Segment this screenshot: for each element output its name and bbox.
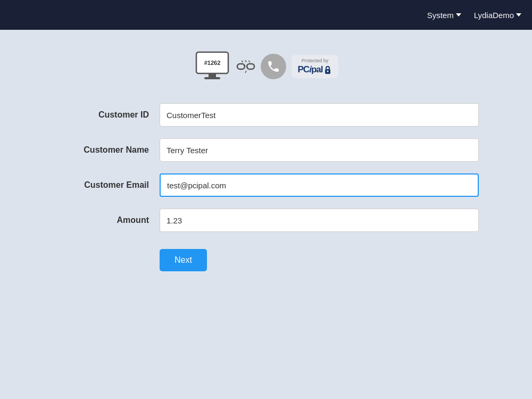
phone-icon [261,54,286,79]
pcipal-lock-icon [323,65,332,74]
customer-email-label: Customer Email [53,180,160,190]
customer-email-input[interactable] [160,173,479,197]
next-button[interactable]: Next [160,249,207,271]
customer-name-input[interactable] [160,138,479,162]
customer-email-row: Customer Email [53,173,479,197]
pcipal-badge: Protected by PCipal [292,55,339,78]
customer-name-label: Customer Name [53,145,160,155]
user-label: LydiaDemo [474,11,514,20]
customer-id-input[interactable] [160,103,479,127]
svg-line-10 [242,61,243,62]
svg-rect-2 [204,77,220,79]
amount-input[interactable] [160,209,479,232]
customer-id-row: Customer ID [53,103,479,127]
system-caret-icon [456,13,461,16]
system-label: System [427,11,454,20]
svg-rect-4 [237,64,245,69]
next-button-wrapper: Next [53,244,479,271]
monitor-icon-wrapper: #1262 [194,51,231,82]
customer-name-row: Customer Name [53,138,479,162]
svg-rect-5 [247,64,254,69]
svg-line-11 [248,61,250,62]
amount-label: Amount [53,215,160,225]
topnav: System LydiaDemo [0,0,532,30]
main-content: #1262 [0,30,532,287]
header-icons: #1262 [194,51,339,82]
link-chain-icon [236,59,255,74]
pcipal-logo-row: PCipal [298,64,332,75]
svg-text:#1262: #1262 [204,60,220,66]
svg-line-8 [245,60,246,62]
monitor-svg-icon: #1262 [194,51,231,82]
protected-by-text: Protected by [302,58,329,63]
form-container: Customer ID Customer Name Customer Email… [53,103,479,271]
phone-svg-icon [267,60,280,73]
link-icon-svg [236,59,255,74]
svg-rect-1 [209,73,216,77]
customer-id-label: Customer ID [53,110,160,120]
user-caret-icon [516,13,521,16]
user-menu[interactable]: LydiaDemo [474,11,521,20]
amount-row: Amount [53,209,479,232]
pcipal-logo-text: PCipal [298,64,323,75]
svg-line-9 [245,71,246,73]
system-menu[interactable]: System [427,11,461,20]
svg-point-13 [327,71,329,72]
